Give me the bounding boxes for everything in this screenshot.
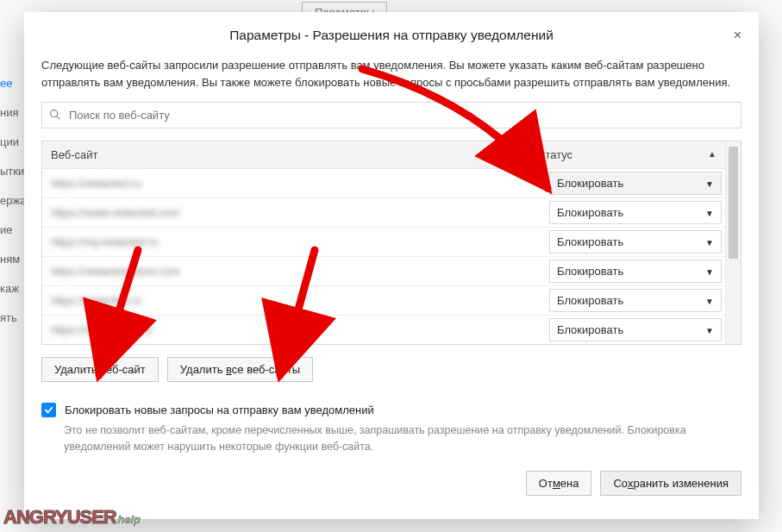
search-input[interactable] [67,108,734,122]
site-url: https://redacted.ru [42,172,546,195]
site-url: https://my.redacted.ru [42,230,546,253]
status-label: Блокировать [557,206,623,219]
chevron-down-icon: ▼ [705,209,714,218]
status-label: Блокировать [557,294,623,307]
remove-site-button[interactable]: Удалить веб-сайт [41,357,159,382]
scrollbar[interactable] [725,141,741,344]
chevron-down-icon: ▼ [705,326,714,335]
search-field-wrap[interactable] [41,102,741,128]
status-select[interactable]: Блокировать▼ [549,172,722,195]
status-select[interactable]: Блокировать▼ [549,260,722,283]
dialog-title-text: Параметры - Разрешения на отправку уведо… [229,28,554,42]
watermark: ANGRYUSER.help [3,506,141,529]
svg-point-0 [51,110,58,116]
scrollbar-thumb[interactable] [729,147,738,259]
block-new-label: Блокировать новые запросы на отправку ва… [65,404,374,416]
table-row[interactable]: https://redacted.comБлокировать▼ [42,316,725,344]
sort-asc-icon: ▲ [708,149,716,159]
chevron-down-icon: ▼ [705,238,714,247]
status-select[interactable]: Блокировать▼ [549,230,722,253]
status-label: Блокировать [557,177,623,190]
table-row[interactable]: https://my.redacted.ruБлокировать▼ [42,228,725,257]
remove-all-sites-button[interactable]: Удалить все веб-сайты [167,357,313,382]
search-icon [49,109,60,122]
site-url: https://redacted.ru [42,289,546,312]
col-status-label: Статус [537,148,572,161]
chevron-down-icon: ▼ [705,179,714,189]
table-row[interactable]: https://redacted.ruБлокировать▼ [42,286,725,316]
block-new-requests-section: Блокировать новые запросы на отправку ва… [41,403,741,455]
status-label: Блокировать [557,265,623,278]
chevron-down-icon: ▼ [705,267,714,277]
col-status[interactable]: Статус ▲ [529,141,725,169]
col-website[interactable]: Веб-сайт [42,141,529,169]
table-row[interactable]: https://redacted.ruБлокировать▼ [42,169,725,198]
cancel-button[interactable]: Отмена [526,471,592,496]
status-select[interactable]: Блокировать▼ [549,318,722,341]
sites-table: Веб-сайт Статус ▲ https://redacted.ruБло… [41,141,741,345]
table-row[interactable]: https://redacted.store.comБлокировать▼ [42,257,725,286]
status-label: Блокировать [557,235,623,248]
save-button[interactable]: Сохранить изменения [600,471,741,496]
site-url: https://redacted.store.com [42,260,546,283]
dialog-description: Следующие веб-сайты запросили разрешение… [41,57,741,91]
close-button[interactable]: × [729,24,747,47]
chevron-down-icon: ▼ [705,297,714,306]
block-new-hint: Это не позволит веб-сайтам, кроме перечи… [64,422,741,455]
status-select[interactable]: Блокировать▼ [549,289,722,312]
site-url: https://redacted.com [42,318,546,341]
site-url: https://www.redacted.com [42,201,546,224]
status-label: Блокировать [557,323,623,336]
table-row[interactable]: https://www.redacted.comБлокировать▼ [42,198,725,228]
status-select[interactable]: Блокировать▼ [549,201,722,224]
block-new-checkbox[interactable] [41,403,56,417]
svg-line-1 [57,116,59,119]
notification-permissions-dialog: Параметры - Разрешения на отправку уведо… [24,12,759,519]
dialog-title: Параметры - Разрешения на отправку уведо… [24,12,759,53]
